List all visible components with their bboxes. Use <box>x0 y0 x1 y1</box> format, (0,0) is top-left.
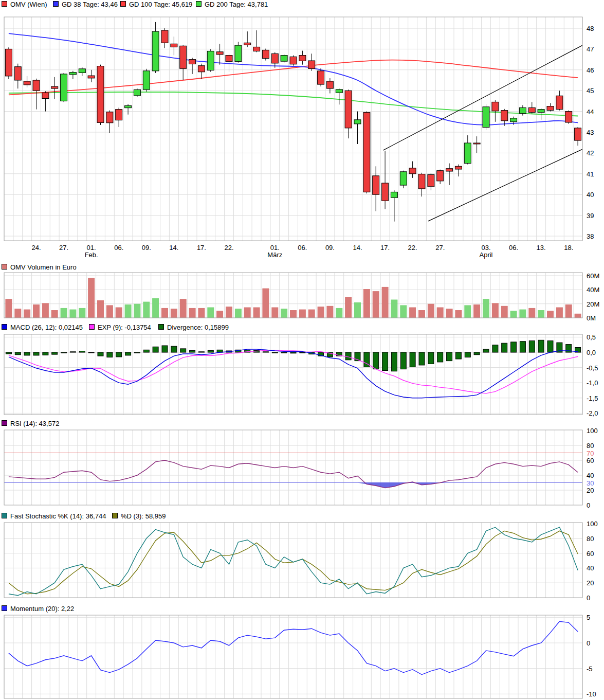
svg-text:42: 42 <box>587 149 594 157</box>
svg-text:01.: 01. <box>270 244 280 252</box>
gd100-swatch-icon <box>120 1 126 7</box>
momentum-panel: 50-5-10 <box>4 614 596 698</box>
legend-label: GD 38 Tage: 43,46 <box>62 1 118 8</box>
svg-text:-0,5: -0,5 <box>587 364 598 372</box>
legend-label: Momentum (20): 2,22 <box>10 605 74 613</box>
divergence-swatch-icon <box>158 324 164 330</box>
svg-text:17.: 17. <box>197 244 206 252</box>
svg-text:06.: 06. <box>114 244 123 252</box>
svg-text:22.: 22. <box>224 244 233 252</box>
svg-text:43: 43 <box>587 129 594 136</box>
svg-text:0M: 0M <box>587 314 596 322</box>
gd38-swatch-icon <box>53 1 59 7</box>
legend-item-omv: OMV (Wien) <box>2 1 47 9</box>
svg-text:09.: 09. <box>325 244 335 252</box>
legend-item-gd100: GD 100 Tage: 45,619 <box>120 1 192 9</box>
svg-text:-5: -5 <box>587 665 593 673</box>
svg-text:80: 80 <box>587 535 594 543</box>
svg-text:22.: 22. <box>408 244 417 252</box>
svg-text:40M: 40M <box>587 286 599 294</box>
svg-text:24.: 24. <box>31 244 41 252</box>
svg-text:-2,0: -2,0 <box>587 409 598 417</box>
legend-label: EXP (9): -0,13754 <box>98 324 151 331</box>
svg-text:20M: 20M <box>587 300 599 308</box>
svg-text:01.: 01. <box>87 244 96 252</box>
price-legend: OMV (Wien) GD 38 Tage: 43,46 GD 100 Tage… <box>0 0 604 9</box>
legend-label: GD 100 Tage: 45,619 <box>129 1 192 8</box>
svg-text:20: 20 <box>587 579 594 587</box>
legend-item-rsi: RSI (14): 43,572 <box>2 420 59 428</box>
legend-label: Fast Stochastic %K (14): 36,744 <box>10 512 106 520</box>
svg-text:46: 46 <box>587 66 594 74</box>
svg-text:-1,5: -1,5 <box>587 394 598 402</box>
legend-item-macd: MACD (26, 12): 0,02145 <box>2 324 83 332</box>
svg-text:0,5: 0,5 <box>587 333 596 341</box>
volume-legend: OMV Volumen in Euro <box>0 263 604 272</box>
volume-swatch-icon <box>2 264 7 270</box>
svg-text:06.: 06. <box>509 244 518 252</box>
legend-label: GD 200 Tage: 43,781 <box>205 1 268 8</box>
svg-text:40: 40 <box>587 564 594 572</box>
legend-label: OMV (Wien) <box>10 1 47 8</box>
svg-text:27.: 27. <box>435 244 445 252</box>
svg-text:13.: 13. <box>537 244 546 252</box>
svg-text:80: 80 <box>587 442 594 450</box>
legend-label: Divergence: 0,15899 <box>167 324 229 331</box>
svg-text:60M: 60M <box>587 272 599 280</box>
stoch-d-swatch-icon <box>112 513 118 518</box>
svg-text:38: 38 <box>587 232 594 240</box>
svg-text:18.: 18. <box>564 244 573 252</box>
svg-text:0: 0 <box>587 501 590 509</box>
legend-label: RSI (14): 43,572 <box>10 420 59 427</box>
stochastic-legend: Fast Stochastic %K (14): 36,744 %D (3): … <box>0 512 604 520</box>
svg-text:14.: 14. <box>353 244 362 252</box>
rsi-panel: 1008070604030200 <box>4 427 598 509</box>
legend-item-exp: EXP (9): -0,13754 <box>89 324 151 332</box>
svg-text:40: 40 <box>587 472 594 479</box>
svg-text:30: 30 <box>587 479 594 487</box>
legend-label: OMV Volumen in Euro <box>10 263 77 271</box>
legend-item-stoch-d: %D (3): 58,959 <box>112 512 166 520</box>
chart-canvas: 484746454443424140393824.27.01.06.09.14.… <box>0 0 604 700</box>
legend-label: %D (3): 58,959 <box>121 512 166 520</box>
svg-text:März: März <box>267 251 282 259</box>
svg-text:17.: 17. <box>380 244 390 252</box>
legend-item-stoch-k: Fast Stochastic %K (14): 36,744 <box>2 512 106 520</box>
rsi-swatch-icon <box>2 420 7 426</box>
svg-text:44: 44 <box>587 108 594 116</box>
svg-text:39: 39 <box>587 212 594 220</box>
svg-text:70: 70 <box>587 450 594 457</box>
legend-item-gd38: GD 38 Tage: 43,46 <box>53 1 118 9</box>
svg-text:41: 41 <box>587 170 594 178</box>
stochastic-panel: 100806040200 <box>4 520 598 602</box>
stoch-k-swatch-icon <box>2 513 7 518</box>
svg-text:47: 47 <box>587 45 594 53</box>
price-panel: 484746454443424140393824.27.01.06.09.14.… <box>4 17 594 259</box>
svg-text:14.: 14. <box>169 244 178 252</box>
svg-text:20: 20 <box>587 487 594 494</box>
svg-text:April: April <box>479 251 492 259</box>
legend-label: MACD (26, 12): 0,02145 <box>10 324 83 331</box>
legend-item-gd200: GD 200 Tage: 43,781 <box>196 1 268 9</box>
svg-text:27.: 27. <box>59 244 68 252</box>
macd-swatch-icon <box>2 324 7 330</box>
volume-panel: 60M40M20M0M <box>4 272 599 322</box>
svg-text:0: 0 <box>587 594 590 602</box>
omv-swatch-icon <box>2 1 7 7</box>
svg-text:100: 100 <box>587 520 598 528</box>
gd200-swatch-icon <box>196 1 202 7</box>
svg-text:5: 5 <box>587 614 590 621</box>
legend-item-volume: OMV Volumen in Euro <box>2 263 77 272</box>
svg-text:100: 100 <box>587 427 598 435</box>
legend-item-divergence: Divergence: 0,15899 <box>158 324 229 332</box>
svg-text:Feb.: Feb. <box>85 251 98 259</box>
svg-text:09.: 09. <box>142 244 151 252</box>
svg-text:06.: 06. <box>298 244 307 252</box>
svg-text:-10: -10 <box>587 690 596 698</box>
svg-text:-1,0: -1,0 <box>587 379 598 387</box>
momentum-swatch-icon <box>2 605 7 611</box>
svg-text:60: 60 <box>587 457 594 464</box>
svg-text:03.: 03. <box>481 244 490 252</box>
svg-text:0: 0 <box>587 639 590 647</box>
rsi-legend: RSI (14): 43,572 <box>0 419 604 428</box>
